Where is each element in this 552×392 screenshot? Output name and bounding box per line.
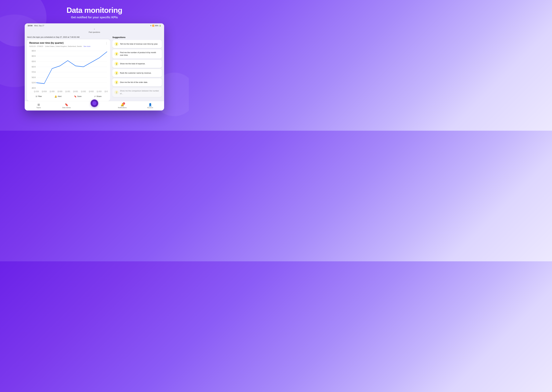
notifications-label: Notifications	[118, 107, 127, 108]
page-subtitle: Get notified for your specific KPIs	[66, 16, 122, 19]
notification-badge-container: 🔔 5	[120, 103, 124, 106]
alert-button[interactable]: 🔔 Alert	[53, 95, 63, 98]
share-button[interactable]: ↗ Share	[93, 95, 103, 98]
nav-center-button[interactable]	[91, 99, 98, 107]
topic-label: Here's the topic you scheduled on Sep 27…	[27, 34, 110, 39]
left-panel: Here's the topic you scheduled on Sep 27…	[27, 34, 110, 101]
battery-level: 96%	[155, 25, 158, 27]
suggestion-item-5[interactable]: 💡 Give me the list of the order date.	[112, 78, 162, 86]
chart-title: Revenue over time (by quarter)	[29, 42, 64, 44]
chart-line	[36, 52, 107, 84]
svg-text:510 M: 510 M	[32, 82, 35, 84]
svg-text:690 M: 690 M	[32, 50, 35, 52]
svg-text:570 M: 570 M	[32, 71, 35, 73]
svg-text:600 M: 600 M	[32, 66, 35, 68]
filter-label: Filter	[38, 95, 42, 98]
wifi-icon: 📶	[152, 25, 154, 27]
lightbulb-icon-4: 💡	[114, 71, 119, 75]
suggestion-item-2[interactable]: 💡 Find me the number of product id by mo…	[112, 49, 162, 58]
status-icons: ✈ 📶 96% 🔋	[150, 25, 161, 27]
past-questions-bar[interactable]: ⌃ Past questions	[25, 28, 164, 34]
chart-area: 690 M 660 M 630 M 600 M 570 M 540 M 510 …	[29, 49, 108, 93]
alert-icon: 🔔	[55, 95, 57, 98]
suggestion-text-1: Tell me the total of revenue over time b…	[120, 43, 158, 45]
svg-text:660 M: 660 M	[32, 55, 35, 57]
page-header: Data monitoring Get notified for your sp…	[66, 0, 122, 23]
nav-topics[interactable]: ⊞ Topics	[33, 102, 44, 109]
account-icon: 👤	[149, 103, 152, 106]
suggestion-item-4[interactable]: 💡 Rank the customer name by revenue.	[112, 69, 162, 77]
suggestion-text-3: Show me the total of expense.	[120, 63, 145, 65]
save-icon: 🔖	[74, 95, 77, 98]
signal-icon: ✈	[150, 25, 152, 27]
suggestions-heading: Suggestions	[112, 36, 162, 38]
nav-data-stories[interactable]: 🔖 Data stories	[61, 102, 72, 109]
battery-icon: 🔋	[159, 25, 161, 27]
right-panel: Suggestions 💡 Tell me the total of reven…	[112, 34, 162, 101]
share-icon: ↗	[94, 95, 96, 98]
data-stories-label: Data stories	[62, 107, 71, 108]
svg-text:Q1-2020: Q1-2020	[50, 90, 55, 92]
lightbulb-icon-1: 💡	[114, 42, 119, 46]
svg-text:Q1-2023: Q1-2023	[97, 90, 102, 92]
suggestion-text-6: Show me the comparison between the numbe…	[120, 90, 160, 95]
center-button-inner	[92, 101, 96, 105]
chevron-up-icon: ⌃	[25, 28, 164, 31]
suggestions-list: 💡 Tell me the total of revenue over time…	[112, 40, 162, 101]
suggestion-item-1[interactable]: 💡 Tell me the total of revenue over time…	[112, 40, 162, 48]
chart-date-range: 01/01/19 - 27/09/23	[29, 45, 43, 47]
data-stories-icon: 🔖	[65, 103, 68, 106]
svg-text:Q1-2022: Q1-2022	[81, 90, 86, 92]
svg-text:Q3-2020: Q3-2020	[57, 90, 63, 92]
nav-notifications[interactable]: 🔔 5 Notifications	[116, 102, 128, 109]
notification-count: 5	[123, 102, 125, 105]
chart-menu-icon[interactable]: ⋮	[105, 42, 108, 45]
status-time: 10:54	[28, 25, 32, 27]
svg-text:Q1-2021: Q1-2021	[65, 90, 70, 92]
lightbulb-icon-2: 💡	[114, 52, 119, 56]
suggestion-text-2: Find me the number of product id by mont…	[120, 51, 160, 56]
account-label: Account	[147, 107, 153, 108]
past-questions-label: Past questions	[89, 31, 100, 33]
alert-label: Alert	[58, 95, 62, 98]
filter-button[interactable]: ⧖ Filter	[35, 95, 43, 98]
nav-account[interactable]: 👤 Account	[144, 102, 156, 109]
suggestion-text-5: Give me the list of the order date.	[120, 81, 148, 84]
chart-card: Revenue over time (by quarter) ⋮ 01/01/1…	[27, 39, 110, 101]
lightbulb-icon-6: 💡	[114, 90, 119, 94]
device-frame: 10:54 Wed, Sep 27 ✈ 📶 96% 🔋 ⌃ Past quest…	[25, 23, 164, 111]
lightbulb-icon-5: 💡	[114, 80, 119, 84]
svg-text:480 M: 480 M	[32, 87, 35, 89]
main-content: Here's the topic you scheduled on Sep 27…	[25, 34, 164, 101]
suggestion-item-6[interactable]: 💡 Show me the comparison between the num…	[112, 88, 162, 97]
bottom-nav: ⊞ Topics 🔖 Data stories 🔔 5 Notification…	[25, 101, 164, 111]
suggestion-text-4: Rank the customer name by revenue.	[120, 72, 151, 74]
save-button[interactable]: 🔖 Save	[73, 95, 83, 98]
status-bar: 10:54 Wed, Sep 27 ✈ 📶 96% 🔋	[25, 23, 164, 28]
svg-text:540 M: 540 M	[32, 76, 35, 78]
svg-text:Q1-2019: Q1-2019	[34, 90, 39, 92]
suggestion-item-3[interactable]: 💡 Show me the total of expense.	[112, 60, 162, 68]
svg-text:Q3-2019: Q3-2019	[42, 90, 47, 92]
share-label: Share	[96, 95, 101, 98]
status-date: Wed, Sep 27	[34, 25, 44, 27]
lightbulb-icon-3: 💡	[114, 62, 119, 66]
page-title: Data monitoring	[66, 6, 122, 14]
topics-icon: ⊞	[37, 103, 40, 106]
chart-regions: United States, United Kingdom, Switzerla…	[45, 45, 82, 47]
filter-icon: ⧖	[35, 95, 37, 98]
see-more-link[interactable]: See more	[84, 45, 91, 47]
chart-meta: 01/01/19 - 27/09/23 United States, Unite…	[29, 45, 108, 47]
chart-actions: ⧖ Filter 🔔 Alert 🔖 Save ↗ Share	[29, 93, 108, 99]
svg-text:Q3-2021: Q3-2021	[73, 90, 78, 92]
topics-label: Topics	[36, 107, 41, 108]
svg-text:Q3-2022: Q3-2022	[89, 90, 94, 92]
revenue-chart-svg: 690 M 660 M 630 M 600 M 570 M 540 M 510 …	[29, 49, 108, 93]
save-label: Save	[77, 95, 82, 98]
chart-header: Revenue over time (by quarter) ⋮	[29, 42, 108, 45]
svg-text:630 M: 630 M	[32, 60, 35, 63]
svg-text:Q3-2023: Q3-2023	[105, 90, 108, 92]
